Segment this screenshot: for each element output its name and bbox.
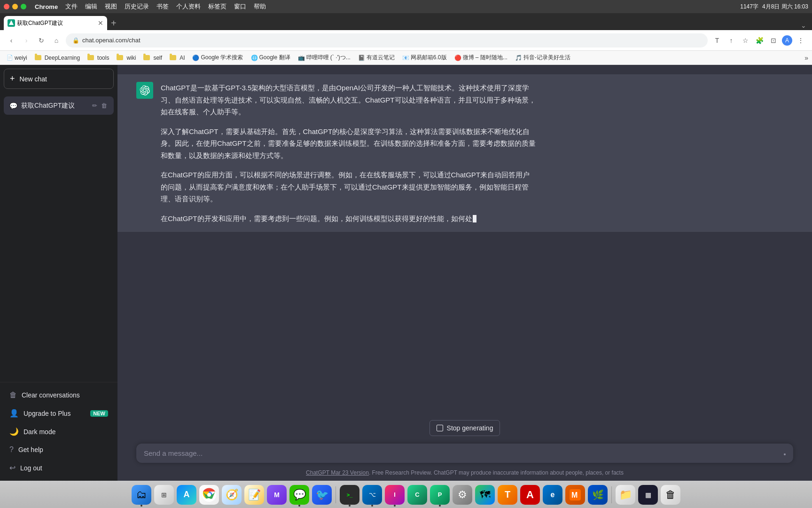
bookmark-label: Google 学术搜索 xyxy=(201,54,243,62)
dock-wechat[interactable]: 💬 xyxy=(289,485,309,505)
bookmark-icon[interactable]: ☆ xyxy=(740,35,751,46)
bookmark-wiki[interactable]: wiki xyxy=(114,54,139,62)
translate-icon[interactable]: T xyxy=(711,35,723,46)
dock-acrobat[interactable]: A xyxy=(520,485,540,505)
bookmark-tools[interactable]: tools xyxy=(85,54,112,62)
dark-mode-button[interactable]: 🌙 Dark mode xyxy=(4,422,114,441)
browser-content: + New chat 💬 获取ChatGPT建议 ✏ 🗑 🗑 Clear con… xyxy=(0,65,812,481)
folder-icon xyxy=(35,55,41,60)
dock-trash[interactable]: 🗑 xyxy=(661,485,680,505)
back-button[interactable]: ‹ xyxy=(6,35,17,46)
new-chat-label: New chat xyxy=(20,75,47,83)
menu-tabs[interactable]: 标签页 xyxy=(208,2,226,11)
tab-title: 获取ChatGPT建议 xyxy=(17,19,94,27)
dock-lark[interactable]: 🐦 xyxy=(312,485,332,505)
maximize-button[interactable] xyxy=(21,4,26,9)
get-help-button[interactable]: ? Get help xyxy=(4,441,114,459)
svg-text:M: M xyxy=(571,491,578,499)
bookmark-bilibili[interactable]: 📺 哔哩哔哩 (` ·')つ... xyxy=(295,53,353,63)
clear-conversations-button[interactable]: 🗑 Clear conversations xyxy=(4,386,114,404)
title-bar-left xyxy=(4,4,26,9)
dock-edge[interactable]: e xyxy=(543,485,562,505)
forward-button[interactable]: › xyxy=(21,35,32,46)
tab-close-button[interactable]: ✕ xyxy=(98,19,103,27)
bookmark-douyin[interactable]: 🎵 抖音-记录美好生活 xyxy=(512,53,573,63)
log-out-button[interactable]: ↩ Log out xyxy=(4,459,114,477)
new-badge: NEW xyxy=(90,410,108,417)
bookmark-weibo[interactable]: 🔴 微博 – 随时随地... xyxy=(452,53,510,63)
bookmark-ai[interactable]: AI xyxy=(167,54,187,62)
dock-settings[interactable]: ⚙ xyxy=(453,485,472,505)
new-tab-button[interactable]: + xyxy=(111,16,117,30)
bookmark-163mail[interactable]: 📧 网易邮箱6.0版 xyxy=(399,53,450,63)
dock-vscode[interactable]: ⌥ xyxy=(362,485,382,505)
bookmark-label: self xyxy=(153,55,162,61)
dock-mymind[interactable]: M xyxy=(267,485,287,505)
sidebar-top: + New chat xyxy=(0,65,117,95)
dock-notes[interactable]: 📝 xyxy=(244,485,264,505)
dock-pycharm[interactable]: P xyxy=(430,485,450,505)
menu-profile[interactable]: 个人资料 xyxy=(176,2,201,11)
close-button[interactable] xyxy=(4,4,9,9)
menu-help[interactable]: 帮助 xyxy=(254,2,266,11)
plus-icon: + xyxy=(10,74,15,84)
dock-app-store[interactable]: A xyxy=(177,485,196,505)
dock-terminal[interactable]: >_ xyxy=(340,485,359,505)
chat-footer-text: . Free Research Preview. ChatGPT may pro… xyxy=(369,469,624,476)
send-button[interactable] xyxy=(784,453,786,455)
bookmark-google-scholar[interactable]: 🔵 Google 学术搜索 xyxy=(189,53,246,63)
menu-window[interactable]: 窗口 xyxy=(234,2,246,11)
split-view-icon[interactable]: ⊡ xyxy=(768,35,779,46)
dock-pages[interactable]: T xyxy=(498,485,517,505)
dock-chrome[interactable] xyxy=(199,485,219,505)
stop-generating-button[interactable]: Stop generating xyxy=(429,420,500,436)
folder-icon xyxy=(170,55,176,60)
dock-files[interactable]: 📁 xyxy=(616,485,635,505)
menu-chrome[interactable]: Chrome xyxy=(35,3,58,10)
menu-file[interactable]: 文件 xyxy=(65,2,78,11)
bookmark-label: tools xyxy=(97,55,109,61)
dock-maps[interactable]: 🗺 xyxy=(475,485,495,505)
new-chat-button[interactable]: + New chat xyxy=(4,69,114,89)
dock-clion[interactable]: C xyxy=(407,485,427,505)
menu-button[interactable]: ⋮ xyxy=(795,35,806,46)
dock-office[interactable]: M xyxy=(565,485,585,505)
chat-input[interactable] xyxy=(144,449,780,457)
tab-list-button[interactable]: ⌄ xyxy=(799,21,808,30)
minimize-button[interactable] xyxy=(12,4,18,9)
dock-safari[interactable]: 🧭 xyxy=(222,485,242,505)
chat-input-wrapper xyxy=(136,444,793,463)
profile-icon[interactable]: A xyxy=(782,35,792,46)
dock-spaces[interactable]: ▦ xyxy=(638,485,658,505)
dock-sourcetree[interactable]: 🌿 xyxy=(588,485,608,505)
home-button[interactable]: ⌂ xyxy=(51,35,62,46)
bookmark-self[interactable]: self xyxy=(141,54,165,62)
extensions-icon[interactable]: 🧩 xyxy=(754,35,765,46)
dock-finder[interactable]: 🗂 xyxy=(132,485,151,505)
bookmark-deeplearning[interactable]: DeepLearning xyxy=(32,54,83,62)
share-icon[interactable]: ↑ xyxy=(726,35,737,46)
folder-icon xyxy=(117,55,123,60)
bookmark-label: DeepLearning xyxy=(45,55,80,61)
bookmark-youdao[interactable]: 📓 有道云笔记 xyxy=(355,53,398,63)
menu-view[interactable]: 视图 xyxy=(105,2,117,11)
url-bar[interactable]: 🔒 chat.openai.com/chat xyxy=(66,33,708,48)
bookmark-label: Google 翻译 xyxy=(259,54,290,62)
chat-bubble-icon: 💬 xyxy=(9,102,17,110)
refresh-button[interactable]: ↻ xyxy=(36,35,47,46)
bookmarks-more-button[interactable]: » xyxy=(804,54,808,62)
bookmark-weiyi[interactable]: 📄 weiyi xyxy=(4,54,30,62)
chat-item[interactable]: 💬 获取ChatGPT建议 ✏ 🗑 xyxy=(4,96,114,115)
dock-idea[interactable]: I xyxy=(385,485,405,505)
edit-chat-button[interactable]: ✏ xyxy=(91,101,98,110)
bookmark-label: weiyi xyxy=(15,55,27,61)
upgrade-to-plus-button[interactable]: 👤 Upgrade to Plus NEW xyxy=(4,404,114,422)
bookmark-google-translate[interactable]: 🌐 Google 翻译 xyxy=(248,53,293,63)
dock-launchpad[interactable]: ⊞ xyxy=(154,485,174,505)
menu-edit[interactable]: 编辑 xyxy=(85,2,97,11)
menu-history[interactable]: 历史记录 xyxy=(125,2,149,11)
tab-bar: 获取ChatGPT建议 ✕ + ⌄ xyxy=(0,13,812,30)
delete-chat-button[interactable]: 🗑 xyxy=(100,101,108,110)
chat-version-link[interactable]: ChatGPT Mar 23 Version xyxy=(306,469,369,476)
menu-bookmarks[interactable]: 书签 xyxy=(156,2,169,11)
